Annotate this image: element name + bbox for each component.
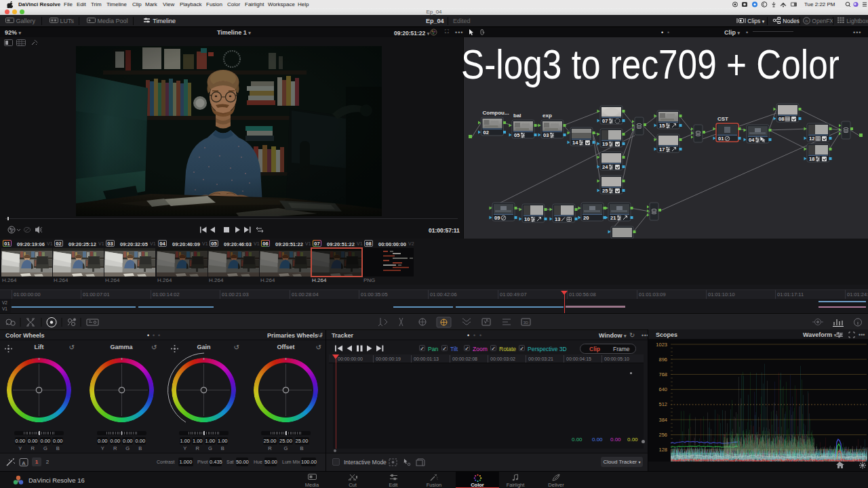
svg-text:128: 128 — [658, 447, 667, 453]
svg-text:bal: bal — [513, 113, 521, 119]
svg-text:A: A — [22, 460, 26, 466]
svg-text:Compou...: Compou... — [483, 110, 509, 116]
svg-text:17: 17 — [659, 146, 665, 152]
svg-text:01: 01 — [718, 136, 724, 142]
svg-text:256: 256 — [658, 432, 667, 438]
svg-text:08: 08 — [778, 116, 784, 122]
svg-text:640: 640 — [658, 386, 667, 392]
svg-text:896: 896 — [658, 357, 667, 363]
svg-text:10: 10 — [524, 216, 530, 222]
svg-text:3D: 3D — [524, 321, 529, 325]
svg-text:04: 04 — [749, 137, 755, 143]
svg-text:512: 512 — [658, 401, 667, 407]
svg-text:02: 02 — [484, 129, 489, 136]
svg-text:09: 09 — [494, 215, 500, 221]
svg-text:07: 07 — [602, 118, 608, 124]
svg-text:21: 21 — [610, 215, 616, 221]
svg-text:18: 18 — [809, 156, 814, 162]
svg-text:768: 768 — [658, 371, 667, 378]
svg-text:24: 24 — [602, 164, 608, 170]
svg-text:14: 14 — [572, 140, 578, 146]
svg-text:13: 13 — [555, 216, 560, 222]
svg-text:03: 03 — [543, 132, 549, 138]
svg-text:15: 15 — [659, 123, 665, 129]
svg-text:25: 25 — [602, 188, 608, 194]
svg-text:CST: CST — [717, 116, 728, 122]
svg-text:1023: 1023 — [656, 342, 667, 348]
svg-text:fx: fx — [805, 19, 809, 23]
svg-text:384: 384 — [658, 417, 667, 423]
svg-text:05: 05 — [514, 132, 519, 138]
svg-text:exp: exp — [542, 113, 552, 119]
svg-text:12: 12 — [809, 136, 814, 142]
svg-text:19: 19 — [602, 141, 608, 147]
svg-text:20: 20 — [583, 215, 589, 221]
